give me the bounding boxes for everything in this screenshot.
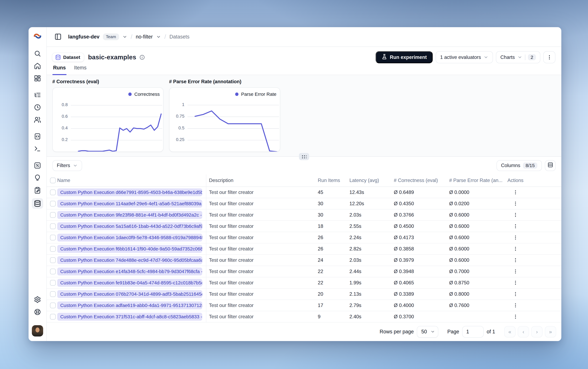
column-header-parse-error-rate[interactable]: # Parse Error Rate (an... [449,174,505,186]
prompts-icon[interactable] [33,132,42,141]
row-checkbox[interactable] [50,269,56,274]
row-actions-menu[interactable] [511,188,520,197]
row-actions-menu[interactable] [511,289,520,299]
filters-button[interactable]: Filters [52,160,82,171]
row-actions-menu[interactable] [511,256,520,265]
rows-per-page-select[interactable]: 50 [417,326,438,338]
row-checkbox[interactable] [50,235,56,240]
row-actions-menu[interactable] [511,301,520,310]
column-header-correctness[interactable]: # Correctness (eval) [394,174,449,186]
last-page-button[interactable]: » [545,326,556,338]
sidebar-toggle-icon[interactable] [53,31,63,42]
row-checkbox[interactable] [50,291,56,297]
column-header-description[interactable]: Description [206,174,318,186]
row-actions-menu[interactable] [511,233,520,242]
run-name-link[interactable]: Custom Python Execution adfae619-abb0-4d… [57,301,202,309]
breadcrumb-project[interactable]: no-filter [136,34,153,40]
column-header-latency[interactable]: Latency (avg) [349,174,394,186]
run-name-link[interactable]: Custom Python Execution 076b2704-341d-48… [57,290,202,298]
playground-terminal-icon[interactable] [33,144,42,154]
langfuse-logo-icon[interactable] [29,27,46,47]
org-chevron-down-icon[interactable] [122,34,127,39]
table-row[interactable]: Custom Python Execution 5a15a616-1bab-44… [47,221,561,232]
breadcrumb-org[interactable]: langfuse-dev [68,34,99,40]
run-name-link[interactable]: Custom Python Execution 371f531c-abff-4d… [57,313,202,321]
legend-dot [128,92,132,96]
row-checkbox[interactable] [50,314,56,319]
latency-value: 2.24s [349,232,394,243]
y-axis-tick-label: 0.5 [169,125,185,131]
support-lifebuoy-icon[interactable] [33,308,42,317]
row-actions-menu[interactable] [511,199,520,208]
table-row[interactable]: Custom Python Execution 076b2704-341d-48… [47,289,561,300]
resize-grip-handle[interactable] [299,153,309,160]
page-number-input[interactable] [462,326,484,338]
datasets-icon[interactable] [32,198,43,209]
run-name-link[interactable]: Custom Python Execution e14fa348-5cfc-49… [57,267,202,276]
users-icon[interactable] [33,115,42,124]
more-actions-button[interactable] [543,51,555,63]
row-height-button[interactable] [545,160,556,171]
settings-gear-icon[interactable] [33,295,42,304]
tab-items[interactable]: Items [74,65,87,75]
user-avatar[interactable] [32,325,43,337]
row-actions-menu[interactable] [511,267,520,276]
correctness-value: Ø 0.4500 [394,221,449,232]
table-row[interactable]: Custom Python Execution 9fe23f98-881e-44… [47,209,561,221]
row-checkbox[interactable] [50,303,56,308]
insights-lightbulb-icon[interactable] [33,173,42,183]
run-name-link[interactable]: Custom Python Execution 5a15a616-1bab-44… [57,222,202,230]
breadcrumb-current[interactable]: Datasets [169,34,189,40]
info-icon[interactable] [139,54,145,60]
row-checkbox[interactable] [50,224,56,229]
row-actions-menu[interactable] [511,312,520,321]
table-row[interactable]: Custom Python Execution 371f531c-abff-4d… [47,311,561,323]
row-actions-menu[interactable] [511,222,520,231]
project-chevron-down-icon[interactable] [156,34,161,39]
table-row[interactable]: Custom Python Execution fe91b83e-04a5-47… [47,277,561,289]
run-name-link[interactable]: Custom Python Execution 114aa9ef-29e6-4e… [57,200,202,208]
previous-page-button[interactable]: ‹ [518,326,529,338]
row-checkbox[interactable] [50,246,56,252]
home-icon[interactable] [33,62,42,71]
select-all-checkbox[interactable] [50,178,56,183]
run-name-link[interactable]: Custom Python Execution f6bb1614-1f90-40… [57,245,202,253]
table-row[interactable]: Custom Python Execution 74de488e-ec9d-47… [47,255,561,266]
column-header-name[interactable]: Name [57,174,206,186]
column-header-run-items[interactable]: Run Items [318,174,350,186]
row-actions-menu[interactable] [511,244,520,253]
run-name-link[interactable]: Custom Python Execution 74de488e-ec9d-47… [57,256,202,264]
table-row[interactable]: Custom Python Execution 114aa9ef-29e6-4e… [47,198,561,209]
evaluators-icon[interactable] [33,161,42,170]
table-row[interactable]: Custom Python Execution adfae619-abb0-4d… [47,300,561,311]
run-name-link[interactable]: Custom Python Execution fe91b83e-04a5-47… [57,279,202,287]
tab-runs[interactable]: Runs [53,65,66,75]
table-row[interactable]: Custom Python Execution 1daec0f9-5e78-43… [47,232,561,243]
row-checkbox[interactable] [50,257,56,263]
first-page-button[interactable]: « [504,326,516,338]
row-actions-menu[interactable] [511,278,520,287]
run-name-link[interactable]: Custom Python Execution d66e7991-8595-45… [57,188,202,196]
charts-dropdown[interactable]: Charts 2 [496,51,540,63]
row-checkbox[interactable] [50,212,56,218]
row-checkbox[interactable] [50,280,56,286]
table-row[interactable]: Custom Python Execution e14fa348-5cfc-49… [47,266,561,277]
run-name-link[interactable]: Custom Python Execution 9fe23f98-881e-44… [57,211,202,219]
table-row[interactable]: Custom Python Execution f6bb1614-1f90-40… [47,243,561,255]
active-evaluators-dropdown[interactable]: 1 active evaluators [436,51,493,63]
run-experiment-button[interactable]: Run experiment [376,51,433,63]
row-checkbox[interactable] [50,201,56,206]
charts-section: # Correctness (eval) Correctness 0.80.60… [47,75,561,157]
tracing-icon[interactable] [33,91,42,100]
chart-title: # Parse Error Rate (annotation) [169,79,280,84]
annotation-queues-icon[interactable] [33,186,42,195]
row-checkbox[interactable] [50,190,56,195]
search-icon[interactable] [33,49,42,58]
table-row[interactable]: Custom Python Execution d66e7991-8595-45… [47,187,561,198]
sessions-clock-icon[interactable] [33,103,42,112]
dashboards-icon[interactable] [33,74,42,83]
run-name-link[interactable]: Custom Python Execution 1daec0f9-5e78-43… [57,234,202,242]
row-actions-menu[interactable] [511,210,520,219]
next-page-button[interactable]: › [531,326,542,338]
columns-button[interactable]: Columns 8/15 [497,160,542,171]
